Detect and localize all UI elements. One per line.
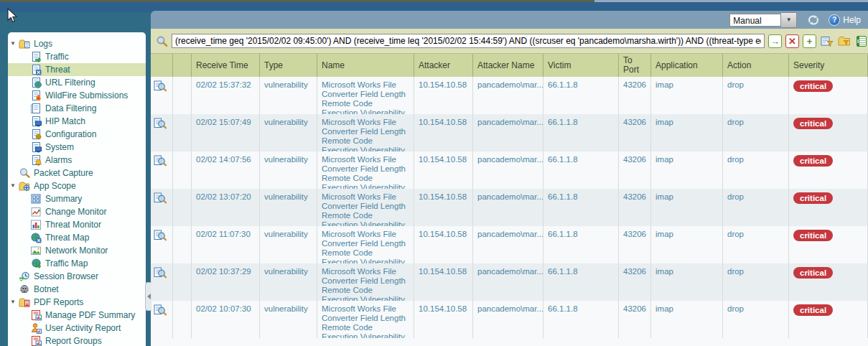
column-header-type[interactable]: Type	[260, 54, 317, 77]
sidebar-item-traffic[interactable]: Traffic	[8, 50, 146, 63]
log-detail-icon[interactable]	[154, 235, 167, 243]
log-detail-icon[interactable]	[154, 123, 167, 131]
sidebar-item-system[interactable]: System	[8, 141, 146, 154]
help-button[interactable]: ? Help	[829, 14, 861, 26]
table-row[interactable]: 02/02 10:07:30vulnerabilityMicrosoft Wor…	[151, 301, 868, 338]
cell-detail[interactable]	[151, 77, 173, 114]
column-header-action[interactable]: Action	[723, 54, 789, 77]
table-row[interactable]: 02/02 13:07:20vulnerabilityMicrosoft Wor…	[151, 189, 868, 226]
cell-detail[interactable]	[151, 263, 173, 301]
sidebar-item-threat[interactable]: Threat	[8, 63, 146, 76]
clear-filter-icon[interactable]: ✕	[785, 34, 799, 48]
sidebar-item-label: Traffic	[45, 52, 69, 62]
cell-receive_time: 02/02 10:37:29	[192, 263, 260, 301]
cell-receive_time: 02/02 13:07:20	[192, 189, 260, 226]
cell-name: Microsoft Works File Converter Field Len…	[317, 226, 414, 263]
cell-attacker_name: pancademo\mar...	[473, 263, 543, 301]
packet-capture-icon	[19, 167, 30, 179]
cell-receive_time: 02/02 15:07:49	[192, 114, 260, 151]
table-row[interactable]: 02/02 14:07:56vulnerabilityMicrosoft Wor…	[151, 151, 868, 189]
tree-expander-icon[interactable]: ▼	[10, 37, 19, 50]
cell-name: Microsoft Works File Converter Field Len…	[317, 151, 414, 189]
column-header-attacker_name[interactable]: Attacker Name	[473, 54, 543, 77]
cell-attacker: 10.154.10.58	[414, 189, 473, 226]
column-header-severity[interactable]: Severity	[789, 54, 868, 77]
cell-detail[interactable]	[151, 226, 173, 263]
chevron-down-icon[interactable]: ▼	[781, 12, 797, 28]
navigation-tree: ▼LogsTrafficThreatURL FilteringWildFire …	[8, 32, 146, 346]
log-table-header: Receive TimeTypeNameAttackerAttacker Nam…	[151, 54, 868, 77]
column-header-receive_time[interactable]: Receive Time	[192, 54, 260, 77]
sidebar-item-url-filtering[interactable]: URL Filtering	[8, 76, 146, 89]
refresh-icon[interactable]	[807, 14, 820, 26]
cell-to_port: 43206	[619, 263, 651, 301]
column-header-victim[interactable]: Victim	[543, 54, 619, 77]
sidebar-item-summary[interactable]: Summary	[8, 192, 146, 205]
cell-detail[interactable]	[151, 114, 173, 151]
sidebar-item-packet-capture[interactable]: Packet Capture	[8, 167, 146, 179]
tree-expander-icon[interactable]: ▼	[10, 179, 19, 192]
cell-detail[interactable]	[151, 189, 173, 226]
sidebar-item-alarms[interactable]: Alarms	[8, 154, 146, 167]
sidebar-item-threat-monitor[interactable]: Threat Monitor	[8, 218, 146, 231]
cell-application: imap	[651, 77, 723, 114]
table-row[interactable]: 02/02 11:07:30vulnerabilityMicrosoft Wor…	[151, 226, 868, 263]
cell-spacer	[173, 226, 192, 263]
sidebar-item-user-activity-report[interactable]: User Activity Report	[8, 322, 146, 335]
severity-badge: critical	[793, 267, 833, 279]
sidebar-item-manage-pdf-summary[interactable]: Manage PDF Summary	[8, 309, 146, 322]
table-row[interactable]: 02/02 10:37:29vulnerabilityMicrosoft Wor…	[151, 263, 868, 301]
hip-match-icon	[30, 116, 42, 127]
add-filter-icon[interactable]: +	[803, 34, 816, 48]
log-detail-icon[interactable]	[154, 160, 167, 169]
tree-expander-icon[interactable]: ▼	[10, 296, 19, 309]
sidebar-item-threat-map[interactable]: Threat Map	[8, 231, 146, 244]
sidebar-item-wildfire-submissions[interactable]: WildFire Submissions	[8, 89, 146, 102]
sidebar-item-traffic-map[interactable]: Traffic Map	[8, 257, 146, 270]
table-row[interactable]: 02/02 15:37:32vulnerabilityMicrosoft Wor…	[151, 77, 868, 114]
sidebar-item-pdf-reports[interactable]: ▼PDF Reports	[8, 296, 146, 309]
sidebar-item-configuration[interactable]: Configuration	[8, 128, 146, 141]
column-header-application[interactable]: Application	[651, 54, 723, 77]
sidebar-item-label: Change Monitor	[45, 207, 106, 217]
sidebar-item-label: System	[45, 142, 74, 152]
apply-filter-icon[interactable]: →	[768, 34, 782, 48]
cell-victim: 66.1.1.8	[543, 301, 619, 338]
refresh-mode-select[interactable]: Manual	[729, 14, 781, 27]
sidebar-item-botnet[interactable]: Botnet	[8, 283, 146, 296]
save-filter-icon[interactable]	[821, 35, 834, 47]
table-row[interactable]: 02/02 15:07:49vulnerabilityMicrosoft Wor…	[151, 114, 868, 151]
log-detail-icon[interactable]	[154, 85, 167, 94]
sidebar-item-report-groups[interactable]: Report Groups	[8, 335, 146, 346]
cell-action: drop	[723, 114, 789, 151]
cell-attacker: 10.154.10.58	[414, 151, 473, 189]
cell-application: imap	[651, 263, 723, 301]
filter-query-input[interactable]	[172, 34, 765, 48]
session-browser-icon	[19, 271, 30, 282]
sidebar-item-change-monitor[interactable]: Change Monitor	[8, 205, 146, 218]
sidebar-item-label: Network Monitor	[45, 246, 108, 256]
traffic-map-icon	[30, 258, 42, 269]
log-detail-icon[interactable]	[154, 309, 167, 318]
sidebar-item-hip-match[interactable]: HIP Match	[8, 115, 146, 128]
load-filter-icon[interactable]	[838, 35, 851, 47]
column-header-to_port[interactable]: To Port	[619, 54, 651, 77]
log-detail-icon[interactable]	[154, 272, 167, 281]
sidebar-collapse-handle[interactable]	[145, 282, 151, 311]
export-icon[interactable]	[855, 35, 868, 47]
sidebar-item-network-monitor[interactable]: Network Monitor	[8, 244, 146, 257]
log-detail-icon[interactable]	[154, 197, 167, 206]
cell-spacer	[173, 301, 192, 338]
cell-name: Microsoft Works File Converter Field Len…	[317, 114, 414, 151]
cell-detail[interactable]	[151, 151, 173, 189]
column-header-name[interactable]: Name	[317, 54, 414, 77]
sidebar-item-logs[interactable]: ▼Logs	[8, 37, 146, 50]
sidebar-item-session-browser[interactable]: Session Browser	[8, 270, 146, 283]
sidebar-item-label: HIP Match	[45, 116, 85, 126]
column-header-attacker[interactable]: Attacker	[414, 54, 473, 77]
sidebar-item-label: Report Groups	[45, 336, 102, 346]
sidebar-item-app-scope[interactable]: ▼App Scope	[8, 179, 146, 192]
severity-badge: critical	[793, 118, 833, 129]
sidebar-item-data-filtering[interactable]: Data Filtering	[8, 102, 146, 115]
cell-detail[interactable]	[151, 301, 173, 338]
